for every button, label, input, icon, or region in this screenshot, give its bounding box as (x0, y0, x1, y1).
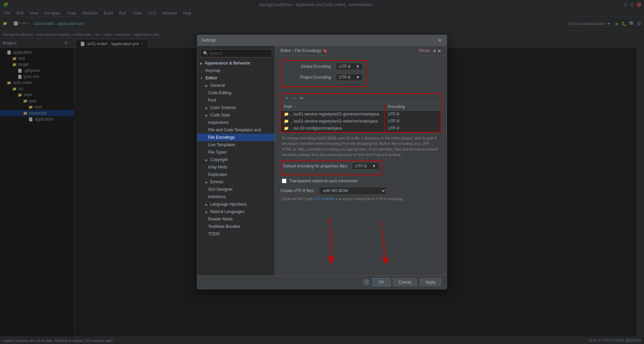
default-encoding-dropdown[interactable]: UTF-8 ▼ (352, 162, 379, 170)
reset-button[interactable]: Reset (419, 48, 430, 53)
dialog-close-button[interactable]: ✕ (437, 37, 443, 43)
encoding-header: Encoding (385, 103, 441, 111)
dropdown-arrow-icon2: ▼ (356, 75, 360, 80)
global-encoding-label: Global Encoding: (284, 64, 332, 69)
dropdown-arrow-icon3: ▼ (372, 164, 376, 168)
settings-item-intentions[interactable]: Intentions (197, 193, 275, 201)
settings-item-font[interactable]: Font (197, 97, 275, 104)
encoding-cell: UTF-8 (385, 125, 441, 132)
create-utf8-row: Create UTF-8 files: with NO BOM (280, 187, 441, 195)
project-encoding-row: Project Encoding: UTF-8 ▼ (284, 74, 363, 81)
settings-item-file-code-templates[interactable]: File and Code Templates and (197, 126, 275, 134)
bom-link: UTF-8 BOM (314, 197, 333, 201)
settings-path-bookmark-icon: 🔖 (323, 49, 327, 53)
bom-arrow-icon: ➜ (335, 197, 339, 201)
add-row-button[interactable]: + (284, 95, 290, 101)
settings-path-bar: Editor › File Encodings 🔖 Reset ◀ ▶ (275, 46, 447, 56)
project-encoding-value: UTF-8 (339, 75, 350, 80)
settings-item-editor[interactable]: ▼ Editor (197, 74, 275, 82)
settings-form: Global Encoding: UTF-8 ▼ Project Encodin… (275, 56, 447, 275)
help-button[interactable]: ? (363, 279, 370, 286)
global-encoding-value: UTF-8 (339, 64, 350, 69)
bom-info-prefix: IDEA will NOT add (282, 197, 314, 201)
settings-content: Editor › File Encodings 🔖 Reset ◀ ▶ Glob… (275, 46, 447, 275)
dialog-footer: ? OK Cancel Apply (197, 275, 447, 289)
nav-back-icon[interactable]: ◀ (432, 48, 436, 53)
expand-arrow-emmet: ▶ (205, 181, 208, 184)
settings-item-copyright[interactable]: ▶ Copyright (197, 156, 275, 163)
encoding-cell: UTF-8 (385, 117, 441, 125)
settings-item-reader-mode[interactable]: Reader Mode (197, 215, 275, 223)
global-encoding-dropdown[interactable]: UTF-8 ▼ (336, 63, 363, 70)
edit-row-button[interactable]: ✏ (299, 95, 305, 101)
dialog-titlebar: Settings ✕ (197, 35, 447, 46)
default-encoding-highlight-box: Default encoding for properties files: U… (280, 160, 382, 175)
path-cell: 📁 ...\sc-02-config\src\main\java (281, 125, 385, 132)
default-encoding-value: UTF-8 (355, 164, 367, 168)
encoding-cell: UTF-8 (385, 110, 441, 117)
path-cell: 📁 ...\sc01-service-registry\sc01-order\s… (281, 117, 385, 125)
settings-item-gui-designer[interactable]: GUI Designer (197, 186, 275, 193)
settings-nav-tree: 🔍 Search... ▶ Appearance & Behavior Keym… (197, 46, 275, 275)
settings-item-color-scheme[interactable]: ▶ Color Scheme (197, 104, 275, 111)
nav-forward-icon[interactable]: ▶ (438, 48, 441, 53)
settings-item-todo[interactable]: TODO (197, 230, 275, 238)
settings-item-natural-languages[interactable]: ▶ Natural Languages (197, 208, 275, 215)
bom-info: IDEA will NOT add UTF-8 BOM ➜ to every c… (280, 197, 441, 201)
apply-button[interactable]: Apply (420, 278, 441, 286)
settings-search-box[interactable]: 🔍 Search... (200, 49, 272, 57)
dialog-body: 🔍 Search... ▶ Appearance & Behavior Keym… (197, 46, 447, 275)
expand-arrow-color: ▶ (205, 106, 208, 110)
info-text: To change encoding IntelliJ IDEA uses fo… (280, 135, 441, 158)
settings-item-textmate-bundles[interactable]: TextMate Bundles (197, 223, 275, 230)
expand-arrow-lang: ▶ (205, 203, 208, 206)
project-encoding-label: Project Encoding: (284, 75, 332, 80)
settings-item-code-style[interactable]: ▶ Code Style (197, 111, 275, 119)
settings-item-general[interactable]: ▶ General (197, 82, 275, 89)
settings-path-label: Editor › File Encodings (280, 48, 321, 53)
settings-item-code-editing[interactable]: Code Editing (197, 89, 275, 97)
global-encoding-row: Global Encoding: UTF-8 ▼ (284, 63, 363, 70)
encoding-highlight-box: Global Encoding: UTF-8 ▼ Project Encodin… (280, 60, 367, 87)
table-row[interactable]: 📁 ...\sc01-service-registry\sc01-goods\s… (281, 110, 441, 117)
settings-path-text: Editor › File Encodings 🔖 (280, 48, 327, 53)
create-utf8-label: Create UTF-8 files: (280, 188, 315, 193)
path-encoding-table-container: + − ✏ Path ↑ (280, 93, 441, 133)
table-row[interactable]: 📁 ...\sc01-service-registry\sc01-order\s… (281, 117, 441, 125)
remove-row-button[interactable]: − (291, 95, 297, 101)
expand-arrow-editor: ▼ (200, 77, 203, 80)
settings-item-appearance[interactable]: ▶ Appearance & Behavior (197, 59, 275, 67)
settings-item-inlay-hints[interactable]: Inlay Hints (197, 163, 275, 171)
expand-arrow-natural: ▶ (205, 210, 208, 214)
dialog-overlay: Settings ✕ 🔍 Search... ▶ Appearance & Be… (0, 0, 644, 344)
settings-item-file-types[interactable]: File Types (197, 149, 275, 156)
row-folder-icon: 📁 (284, 112, 289, 116)
search-icon: 🔍 (203, 51, 208, 56)
project-encoding-dropdown[interactable]: UTF-8 ▼ (336, 74, 363, 81)
settings-item-inspections[interactable]: Inspections (197, 119, 275, 126)
row-folder-icon: 📁 (284, 126, 289, 131)
row-folder-icon: 📁 (284, 119, 289, 124)
dialog-title: Settings (201, 38, 216, 43)
create-utf8-select[interactable]: with NO BOM (319, 187, 386, 195)
transparent-checkbox[interactable] (282, 179, 287, 183)
path-encoding-table: Path ↑ Encoding (281, 103, 441, 132)
expand-arrow-appearance: ▶ (200, 62, 202, 65)
settings-dialog: Settings ✕ 🔍 Search... ▶ Appearance & Be… (197, 35, 447, 289)
settings-item-live-templates[interactable]: Live Templates (197, 141, 275, 149)
settings-item-keymap[interactable]: Keymap (197, 67, 275, 74)
expand-arrow-general: ▶ (205, 84, 208, 87)
settings-item-file-encodings[interactable]: File Encodings (197, 134, 275, 141)
settings-item-language-injections[interactable]: ▶ Language Injections (197, 201, 275, 208)
ok-button[interactable]: OK (373, 278, 390, 286)
cancel-button[interactable]: Cancel (393, 278, 417, 286)
default-encoding-row: Default encoding for properties files: U… (283, 162, 379, 170)
dropdown-arrow-icon: ▼ (356, 64, 360, 69)
table-row[interactable]: 📁 ...\sc-02-config\src\main\java UTF-8 (281, 125, 441, 132)
settings-item-emmet[interactable]: ▶ Emmet (197, 178, 275, 186)
settings-item-duplicates[interactable]: Duplicates (197, 171, 275, 178)
sort-arrow-icon: ↑ (295, 104, 297, 109)
path-header: Path ↑ (281, 103, 385, 111)
table-toolbar: + − ✏ (281, 94, 441, 103)
transparent-label: Transparent native-to-ascii conversion (289, 179, 358, 183)
